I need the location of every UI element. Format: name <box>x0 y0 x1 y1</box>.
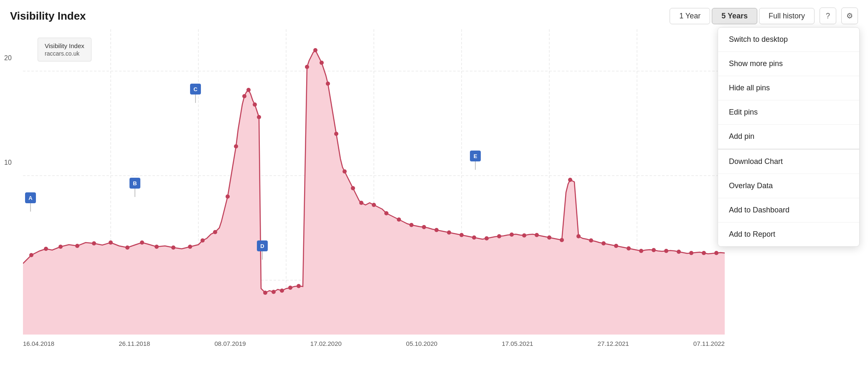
svg-point-22 <box>213 230 217 234</box>
dropdown-menu: Switch to desktop Show more pins Hide al… <box>718 27 860 247</box>
svg-point-43 <box>384 211 388 215</box>
chart-header: Visibility Index 1 Year 5 Years Full his… <box>0 0 868 28</box>
menu-item-add-report[interactable]: Add to Report <box>718 222 859 246</box>
svg-point-11 <box>44 247 48 251</box>
svg-point-27 <box>253 102 257 107</box>
svg-point-63 <box>627 246 631 250</box>
svg-point-30 <box>272 290 276 294</box>
menu-item-overlay-data[interactable]: Overlay Data <box>718 174 859 198</box>
pin-b[interactable]: B <box>129 178 140 189</box>
svg-point-36 <box>320 61 324 65</box>
menu-item-add-pin[interactable]: Add pin <box>718 125 859 149</box>
svg-point-41 <box>359 201 363 205</box>
menu-item-add-dashboard[interactable]: Add to Dashboard <box>718 198 859 222</box>
svg-point-58 <box>568 178 572 182</box>
svg-point-61 <box>602 241 606 245</box>
svg-point-47 <box>434 228 439 232</box>
svg-point-18 <box>155 245 159 249</box>
svg-point-62 <box>614 244 618 248</box>
svg-point-66 <box>664 249 668 253</box>
svg-point-26 <box>246 88 251 92</box>
chart-title: Visibility Index <box>10 10 86 23</box>
menu-item-download-chart[interactable]: Download Chart <box>718 149 859 174</box>
svg-point-51 <box>485 236 489 240</box>
svg-point-16 <box>125 245 129 250</box>
settings-button[interactable]: ⚙ <box>841 8 858 24</box>
svg-point-28 <box>257 115 261 119</box>
legend-title: Visibility Index <box>45 42 84 49</box>
menu-item-edit-pins[interactable]: Edit pins <box>718 100 859 125</box>
svg-point-13 <box>75 244 79 248</box>
pin-a[interactable]: A <box>25 192 36 203</box>
pin-c[interactable]: C <box>190 84 201 95</box>
svg-point-40 <box>351 186 355 190</box>
menu-item-switch-desktop[interactable]: Switch to desktop <box>718 28 859 52</box>
svg-point-17 <box>140 240 144 245</box>
svg-point-14 <box>92 241 96 245</box>
time-btn-1year[interactable]: 1 Year <box>670 8 710 24</box>
svg-point-70 <box>714 251 718 255</box>
svg-point-57 <box>560 238 564 242</box>
svg-point-49 <box>459 233 464 237</box>
svg-point-33 <box>297 284 301 288</box>
svg-point-54 <box>522 233 526 238</box>
svg-point-65 <box>652 248 656 252</box>
x-label-1: 26.11.2018 <box>119 340 150 347</box>
time-btn-5years[interactable]: 5 Years <box>712 8 757 24</box>
legend-subtitle: raccars.co.uk <box>45 50 84 57</box>
svg-point-19 <box>171 245 175 250</box>
pin-e[interactable]: E <box>470 151 481 161</box>
x-label-0: 16.04.2018 <box>23 340 54 347</box>
svg-point-44 <box>397 217 401 222</box>
y-label-10: 10 <box>4 159 12 166</box>
svg-point-68 <box>689 251 693 255</box>
svg-point-55 <box>535 233 539 237</box>
svg-point-48 <box>447 230 451 235</box>
pin-d[interactable]: D <box>257 240 268 251</box>
svg-point-20 <box>188 245 192 249</box>
header-controls: 1 Year 5 Years Full history ? ⚙ <box>670 8 858 24</box>
svg-point-21 <box>201 238 205 243</box>
x-label-6: 27.12.2021 <box>598 340 629 347</box>
svg-point-67 <box>677 250 681 254</box>
menu-item-hide-all-pins[interactable]: Hide all pins <box>718 76 859 100</box>
svg-point-56 <box>547 235 551 240</box>
x-label-5: 17.05.2021 <box>502 340 533 347</box>
legend-box: Visibility Index raccars.co.uk <box>38 38 91 61</box>
x-label-7: 07.11.2022 <box>693 340 725 347</box>
svg-point-32 <box>288 286 292 290</box>
svg-point-69 <box>702 251 706 255</box>
svg-point-12 <box>58 245 63 249</box>
svg-point-37 <box>326 82 330 86</box>
svg-point-53 <box>510 233 514 237</box>
svg-point-60 <box>589 238 593 243</box>
svg-point-10 <box>29 253 33 257</box>
svg-point-25 <box>242 94 246 98</box>
chart-svg <box>23 29 725 335</box>
svg-point-38 <box>334 132 338 136</box>
y-label-20: 20 <box>4 54 12 62</box>
svg-point-45 <box>409 223 414 227</box>
x-label-4: 05.10.2020 <box>406 340 437 347</box>
svg-point-35 <box>313 48 317 52</box>
x-label-3: 17.02.2020 <box>310 340 342 347</box>
svg-point-15 <box>109 240 113 245</box>
svg-point-59 <box>576 234 581 238</box>
help-button[interactable]: ? <box>820 8 836 24</box>
svg-point-23 <box>226 194 230 199</box>
svg-point-31 <box>280 289 284 293</box>
svg-point-64 <box>639 249 643 253</box>
svg-point-29 <box>263 291 267 295</box>
svg-point-39 <box>343 169 347 174</box>
menu-item-show-more-pins[interactable]: Show more pins <box>718 52 859 76</box>
svg-point-34 <box>305 65 309 69</box>
x-label-2: 08.07.2019 <box>215 340 246 347</box>
svg-point-46 <box>422 225 426 229</box>
svg-point-52 <box>497 234 501 238</box>
x-axis: 16.04.2018 26.11.2018 08.07.2019 17.02.2… <box>23 340 725 347</box>
chart-container: Visibility Index 1 Year 5 Years Full his… <box>0 0 868 368</box>
time-btn-fullhistory[interactable]: Full history <box>759 8 815 24</box>
svg-point-50 <box>472 235 476 240</box>
svg-point-42 <box>372 203 376 207</box>
svg-point-24 <box>234 144 238 148</box>
